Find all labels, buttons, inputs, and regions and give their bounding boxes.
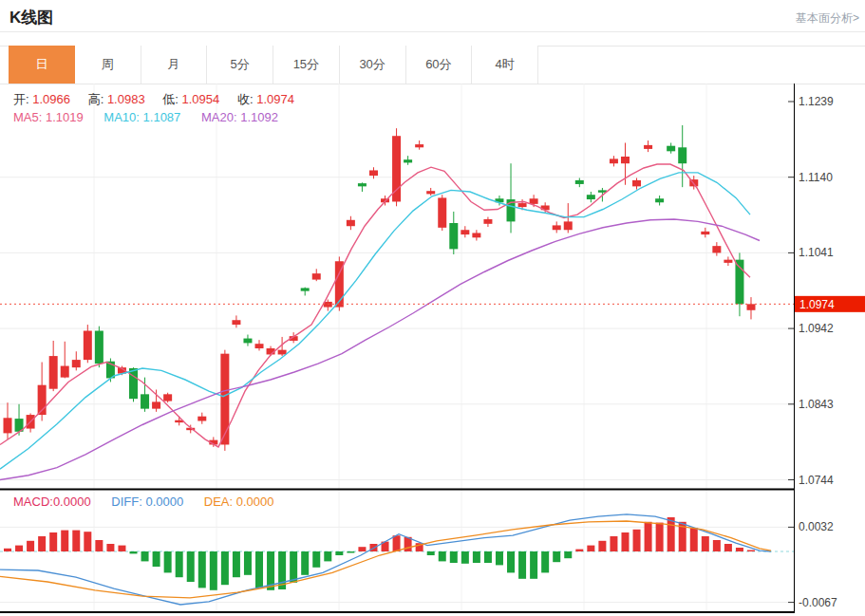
macd-bar xyxy=(541,551,549,572)
candle-body xyxy=(518,203,527,207)
tab-30分[interactable]: 30分 xyxy=(340,46,406,84)
macd-bar xyxy=(106,544,114,551)
price-tick-label: 1.0942 xyxy=(799,322,834,335)
candle-body xyxy=(564,221,573,230)
title-divider xyxy=(0,31,865,32)
macd-bar xyxy=(312,551,320,568)
tab-日[interactable]: 日 xyxy=(9,46,75,84)
macd-bar xyxy=(633,530,641,551)
axis-labels-layer: 1.12391.11401.10411.09421.08431.07440.00… xyxy=(788,95,837,609)
candle-body xyxy=(61,366,69,378)
candle-body xyxy=(621,157,630,163)
macd-bar xyxy=(141,551,149,561)
macd-tick-label: 0.0032 xyxy=(799,520,834,533)
macd-bar xyxy=(724,544,732,551)
candle-body xyxy=(712,246,721,252)
candle-body xyxy=(49,356,58,389)
macd-bar xyxy=(244,551,252,575)
macd-bar xyxy=(645,522,652,551)
candle-body xyxy=(438,197,446,227)
macd-histogram-layer xyxy=(4,517,755,590)
macd-bar xyxy=(324,551,331,561)
macd-bar xyxy=(118,546,125,551)
kline-chart-svg[interactable]: 1.12391.11401.10411.09421.08431.07440.00… xyxy=(0,84,865,616)
candle-body xyxy=(163,394,172,401)
candle-body xyxy=(610,159,618,163)
macd-bar xyxy=(530,551,537,579)
ma10-line xyxy=(0,173,750,469)
macd-bar xyxy=(233,551,240,577)
macd-bar xyxy=(518,551,526,579)
candle-body xyxy=(678,147,686,163)
macd-tick-label: -0.0067 xyxy=(799,596,837,609)
macd-bar xyxy=(598,541,606,551)
candle-body xyxy=(232,320,240,325)
candles-layer xyxy=(4,125,756,451)
macd-bar xyxy=(439,551,446,561)
candle-body xyxy=(369,170,378,176)
macd-bar xyxy=(702,536,709,551)
candle-body xyxy=(312,273,321,279)
candle-body xyxy=(724,260,732,263)
macd-bar xyxy=(95,540,103,551)
candle-body xyxy=(655,198,664,202)
candle-body xyxy=(72,360,81,367)
macd-bar xyxy=(575,550,583,551)
macd-bar xyxy=(61,531,68,551)
macd-bar xyxy=(38,536,46,551)
macd-bar xyxy=(27,541,34,551)
candle-body xyxy=(141,394,149,408)
candle-body xyxy=(483,219,492,224)
macd-bar xyxy=(176,551,183,577)
price-tick-label: 1.0843 xyxy=(799,398,834,411)
page-title: K线图 xyxy=(9,7,53,28)
candle-body xyxy=(632,180,641,186)
macd-bar xyxy=(335,551,343,555)
fundamental-analysis-link[interactable]: 基本面分析> xyxy=(796,10,859,27)
macd-bar xyxy=(15,546,23,551)
macd-bar xyxy=(153,551,160,567)
macd-bar xyxy=(461,551,469,564)
candle-body xyxy=(575,180,584,184)
candle-body xyxy=(701,232,709,234)
candle-body xyxy=(220,354,229,445)
macd-bar xyxy=(427,551,435,555)
macd-bar xyxy=(610,536,617,551)
macd-bar xyxy=(484,551,492,563)
price-tick-label: 1.1140 xyxy=(799,171,833,184)
candle-body xyxy=(255,344,264,348)
candle-body xyxy=(667,146,675,152)
macd-bar xyxy=(507,551,515,572)
macd-bar xyxy=(130,551,138,553)
tab-15分[interactable]: 15分 xyxy=(273,46,340,84)
ma20-line xyxy=(0,219,760,480)
macd-bar xyxy=(301,551,309,575)
candle-body xyxy=(404,159,412,162)
macd-bar xyxy=(358,547,366,551)
candle-body xyxy=(587,195,595,199)
macd-bar xyxy=(84,532,91,551)
tab-5分[interactable]: 5分 xyxy=(207,46,273,84)
candle-body xyxy=(129,368,138,399)
candle-body xyxy=(4,418,12,433)
candle-body xyxy=(449,223,458,249)
macd-bar xyxy=(656,523,664,551)
tab-4时[interactable]: 4时 xyxy=(472,46,538,84)
macd-bar xyxy=(393,535,401,551)
macd-bar xyxy=(587,546,594,551)
candle-body xyxy=(152,401,160,408)
candle-body xyxy=(347,220,355,226)
macd-bar xyxy=(668,517,675,551)
candle-body xyxy=(530,198,538,204)
macd-bar xyxy=(621,532,629,551)
tab-60分[interactable]: 60分 xyxy=(406,46,473,84)
diff-line xyxy=(0,514,771,605)
macd-bar xyxy=(187,551,195,582)
tab-周[interactable]: 周 xyxy=(75,46,141,84)
tab-月[interactable]: 月 xyxy=(141,46,208,84)
candle-body xyxy=(301,288,310,290)
candle-body xyxy=(461,230,469,234)
dea-line xyxy=(0,521,771,598)
macd-bar xyxy=(49,532,57,551)
candle-body xyxy=(358,183,367,186)
